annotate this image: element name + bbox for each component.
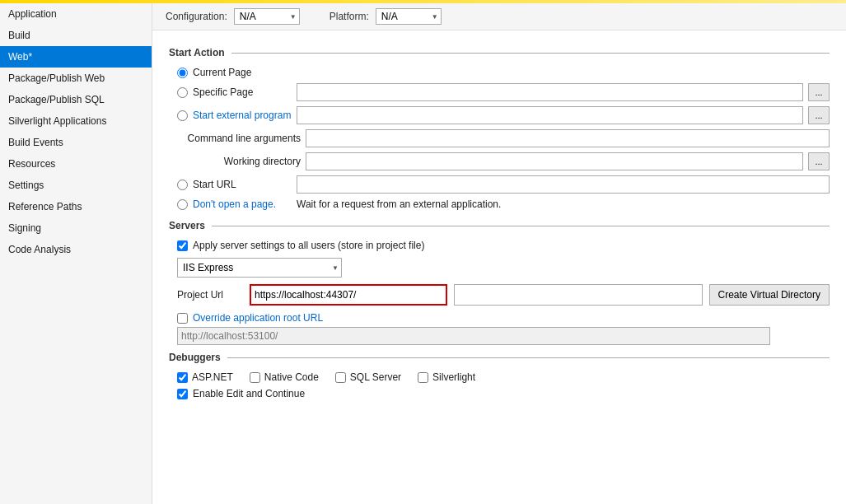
sidebar-item-application[interactable]: Application [0,3,152,25]
sidebar-item-silverlight-apps[interactable]: Silverlight Applications [0,110,152,132]
project-url-rest-input[interactable] [454,284,703,306]
start-url-radio[interactable] [177,180,188,190]
override-input-row [177,327,830,345]
apply-server-checkbox[interactable] [177,240,188,251]
sidebar-item-settings[interactable]: Settings [0,175,152,196]
debuggers-grid: ASP.NET Native Code SQL Server Silverlig… [177,371,830,383]
start-url-row: Start URL [177,175,830,194]
external-program-radio[interactable] [177,110,188,121]
debuggers-line [227,357,830,358]
start-action-title: Start Action [169,47,231,58]
sidebar: Application Build Web* Package/Publish W… [0,3,152,504]
start-url-label: Start URL [193,179,292,190]
dont-open-row: Don't open a page. Wait for a request fr… [177,198,830,210]
current-page-row: Current Page [177,67,830,78]
iis-express-wrapper: IIS Express [177,258,342,278]
dont-open-rest: Wait for a request from an external appl… [297,198,501,210]
project-url-input[interactable] [250,284,447,306]
external-program-label: Start external program [193,110,292,121]
silverlight-label: Silverlight [432,371,475,383]
iis-express-select[interactable]: IIS Express [177,258,342,278]
cmd-args-row: Command line arguments [185,129,830,147]
override-url-checkbox[interactable] [177,313,188,324]
enable-edit-label: Enable Edit and Continue [193,388,305,399]
external-program-row: Start external program ... [177,106,830,124]
sidebar-item-resources[interactable]: Resources [0,153,152,175]
specific-page-row: Specific Page ... [177,83,830,101]
override-url-input[interactable] [177,327,770,345]
project-url-label: Project Url [177,289,243,301]
apply-server-label: Apply server settings to all users (stor… [193,240,424,251]
working-dir-row: Working directory ... [185,152,830,170]
sidebar-item-build-events[interactable]: Build Events [0,132,152,153]
cmd-args-input[interactable] [306,129,830,147]
start-action-line [231,53,830,54]
sidebar-item-package-publish-web[interactable]: Package/Publish Web [0,68,152,89]
current-page-label: Current Page [193,67,292,78]
config-bar: Configuration: N/A Platform: N/A [152,3,846,30]
aspnet-label: ASP.NET [192,371,233,383]
silverlight-checkbox[interactable] [418,372,428,383]
override-url-label: Override application root URL [193,312,323,324]
native-code-checkbox[interactable] [250,372,260,383]
native-code-label: Native Code [264,371,319,383]
iis-express-row: IIS Express [177,258,830,278]
apply-server-row: Apply server settings to all users (stor… [177,240,830,251]
external-program-input[interactable] [297,106,803,124]
working-dir-input[interactable] [306,152,803,170]
platform-label: Platform: [330,11,369,22]
start-action-header: Start Action [169,47,830,58]
sidebar-item-build[interactable]: Build [0,25,152,46]
override-url-row: Override application root URL [177,312,830,324]
debuggers-content: ASP.NET Native Code SQL Server Silverlig… [177,371,830,399]
debuggers-title: Debuggers [169,352,227,363]
aspnet-checkbox[interactable] [177,372,188,383]
sql-server-debugger-item: SQL Server [335,371,401,383]
configuration-label: Configuration: [166,11,227,22]
project-url-row: Project Url Create Virtual Directory [177,284,830,306]
servers-title: Servers [169,220,212,231]
content-inner: Start Action Current Page Specific Page … [152,30,846,409]
content-area: Configuration: N/A Platform: N/A Start A… [152,3,846,504]
sidebar-item-code-analysis[interactable]: Code Analysis [0,239,152,260]
configuration-select-wrapper: N/A [234,8,300,25]
servers-content: Apply server settings to all users (stor… [177,240,830,345]
platform-select-wrapper: N/A [376,8,442,25]
sql-server-checkbox[interactable] [335,372,346,383]
sidebar-item-signing[interactable]: Signing [0,217,152,239]
enable-edit-row: Enable Edit and Continue [177,388,830,399]
dont-open-radio[interactable] [177,199,188,210]
start-action-radio-group: Current Page Specific Page ... Start ext… [177,67,830,210]
specific-page-label: Specific Page [193,86,292,98]
start-url-input[interactable] [297,175,830,194]
sidebar-item-reference-paths[interactable]: Reference Paths [0,196,152,217]
working-dir-browse-btn[interactable]: ... [808,152,830,170]
specific-page-browse-btn[interactable]: ... [808,83,830,101]
enable-edit-checkbox[interactable] [177,389,188,399]
sidebar-item-web[interactable]: Web* [0,46,152,68]
sidebar-item-package-publish-sql[interactable]: Package/Publish SQL [0,89,152,110]
servers-header: Servers [169,220,830,231]
sql-server-label: SQL Server [350,371,401,383]
specific-page-radio[interactable] [177,87,188,98]
cmd-args-label: Command line arguments [185,133,301,144]
main-container: Application Build Web* Package/Publish W… [0,3,846,504]
platform-select[interactable]: N/A [376,8,442,25]
dont-open-label: Don't open a page. [193,198,292,210]
native-code-debugger-item: Native Code [250,371,319,383]
create-virtual-dir-btn[interactable]: Create Virtual Directory [709,284,830,306]
debuggers-header: Debuggers [169,352,830,363]
external-program-browse-btn[interactable]: ... [808,106,830,124]
silverlight-debugger-item: Silverlight [418,371,475,383]
current-page-radio[interactable] [177,68,188,78]
configuration-select[interactable]: N/A [234,8,300,25]
aspnet-debugger-item: ASP.NET [177,371,233,383]
servers-line [212,226,830,226]
specific-page-input[interactable] [297,83,803,101]
working-dir-label: Working directory [185,156,301,167]
